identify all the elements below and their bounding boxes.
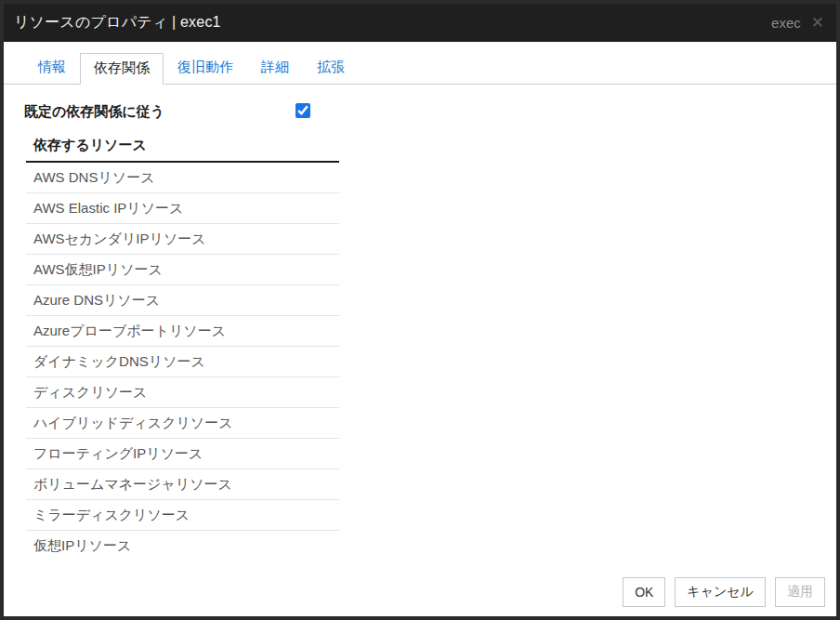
tab-details[interactable]: 詳細 (247, 52, 303, 84)
table-row: AWS DNSリソース (26, 163, 339, 193)
table-row: ダイナミックDNSリソース (26, 347, 339, 377)
tab-recovery-operation[interactable]: 復旧動作 (164, 52, 247, 84)
titlebar-right-group: exec ✕ (771, 15, 824, 31)
cancel-button[interactable]: キャンセル (675, 577, 766, 607)
follow-default-dependency-row: 既定の依存関係に従う (24, 103, 836, 120)
follow-default-dependency-checkbox[interactable] (295, 103, 310, 118)
table-row: ボリュームマネージャリソース (26, 469, 339, 500)
tab-bar: 情報 依存関係 復旧動作 詳細 拡張 (4, 52, 836, 85)
table-row: 仮想IPリソース (26, 531, 339, 561)
dependent-resources-header: 依存するリソース (26, 133, 339, 163)
follow-default-dependency-label: 既定の依存関係に従う (24, 103, 164, 119)
table-row: AWSセカンダリIPリソース (26, 224, 339, 255)
apply-button[interactable]: 適用 (775, 577, 825, 607)
table-row: Azure DNSリソース (26, 285, 339, 316)
table-row: フローティングIPリソース (26, 439, 339, 469)
tab-extension[interactable]: 拡張 (303, 52, 359, 84)
table-row: Azureプローブポートリソース (26, 316, 339, 347)
dependent-resources-table: 依存するリソース AWS DNSリソース AWS Elastic IPリソース … (26, 133, 339, 561)
dialog-title: リソースのプロパティ | exec1 (14, 13, 771, 33)
tab-dependency[interactable]: 依存関係 (80, 53, 164, 85)
table-row: AWS仮想IPリソース (26, 255, 339, 285)
resource-properties-dialog: リソースのプロパティ | exec1 exec ✕ 情報 依存関係 復旧動作 詳… (0, 0, 840, 620)
table-row: AWS Elastic IPリソース (26, 193, 339, 224)
dialog-titlebar: リソースのプロパティ | exec1 exec ✕ (4, 4, 836, 42)
tab-info[interactable]: 情報 (24, 52, 80, 84)
table-row: ハイブリッドディスクリソース (26, 408, 339, 439)
ok-button[interactable]: OK (623, 577, 665, 607)
table-row: ディスクリソース (26, 377, 339, 408)
footer-button-bar: OK キャンセル 適用 (623, 577, 825, 607)
table-row: ミラーディスクリソース (26, 500, 339, 531)
close-icon[interactable]: ✕ (811, 15, 824, 31)
resource-type-label: exec (771, 15, 801, 31)
